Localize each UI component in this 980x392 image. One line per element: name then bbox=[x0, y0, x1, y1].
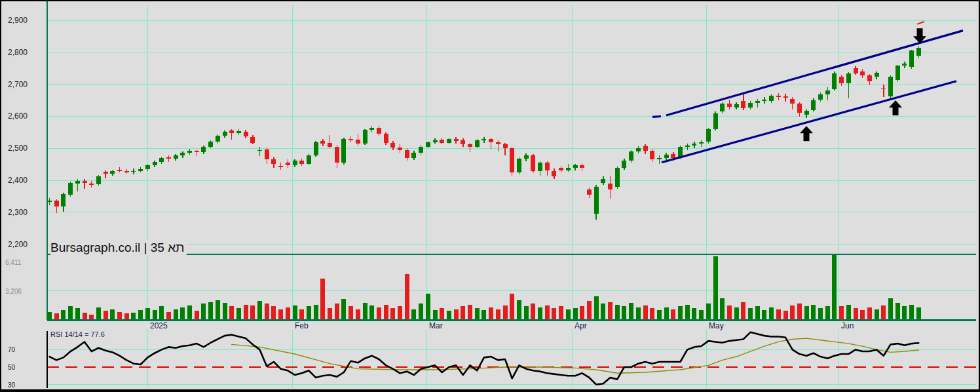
volume-bar bbox=[83, 313, 87, 319]
volume-bar bbox=[727, 305, 732, 319]
volume-bar bbox=[145, 308, 150, 319]
volume-bar bbox=[426, 294, 430, 319]
volume-bar bbox=[888, 298, 893, 319]
volume-bar bbox=[524, 306, 529, 319]
candle-down bbox=[727, 104, 732, 107]
volume-bar bbox=[517, 300, 521, 319]
volume-bar bbox=[124, 313, 129, 319]
volume-bar bbox=[503, 305, 508, 319]
volume-bar bbox=[860, 310, 865, 319]
volume-bar bbox=[678, 306, 683, 319]
volume-bar bbox=[559, 306, 563, 319]
candle-down bbox=[545, 163, 550, 170]
price-chart-canvas[interactable]: 2,9002,8002,7002,6002,5002,4002,3002,200… bbox=[0, 0, 980, 392]
volume-tick-label: 3,206 bbox=[5, 288, 22, 295]
price-tick-label: 2,500 bbox=[8, 144, 28, 153]
volume-bar bbox=[832, 255, 837, 319]
candle-down bbox=[741, 101, 745, 108]
volume-bar bbox=[811, 305, 816, 319]
candle-down bbox=[468, 144, 472, 146]
volume-bar bbox=[131, 313, 136, 319]
volume-bar bbox=[475, 308, 480, 319]
candle-up bbox=[804, 111, 809, 115]
volume-bar bbox=[468, 305, 472, 319]
volume-bar bbox=[454, 309, 459, 319]
volume-bar bbox=[117, 312, 122, 319]
volume-bar bbox=[75, 308, 80, 319]
volume-bar bbox=[265, 304, 269, 319]
time-tick-label: Mar bbox=[429, 321, 443, 330]
candle-down bbox=[195, 151, 199, 152]
volume-bar bbox=[622, 306, 626, 319]
volume-bar bbox=[411, 309, 416, 319]
candle-down bbox=[881, 88, 886, 90]
volume-bar bbox=[314, 305, 318, 319]
volume-bar bbox=[369, 305, 374, 319]
volume-bar bbox=[615, 305, 620, 319]
volume-bar bbox=[377, 307, 381, 319]
volume-bar bbox=[187, 305, 192, 319]
candle-down bbox=[390, 143, 395, 147]
volume-bar bbox=[328, 308, 332, 319]
volume-bar bbox=[769, 307, 774, 319]
volume-bar bbox=[390, 308, 395, 319]
volume-bar bbox=[839, 306, 844, 319]
volume-bar bbox=[201, 304, 206, 319]
price-tick-label: 2,200 bbox=[8, 240, 28, 249]
volume-bar bbox=[875, 309, 879, 319]
volume-bar bbox=[208, 302, 213, 319]
candle-up bbox=[223, 132, 227, 136]
candle-up bbox=[769, 96, 774, 101]
volume-bar bbox=[755, 306, 760, 319]
volume-bar bbox=[293, 305, 297, 319]
candle-down bbox=[790, 99, 795, 104]
candle-up bbox=[131, 171, 136, 172]
candle-up bbox=[636, 148, 641, 151]
volume-bar bbox=[236, 308, 241, 319]
candle-up bbox=[875, 73, 879, 77]
candle-down bbox=[104, 172, 108, 174]
candle-down bbox=[83, 181, 87, 183]
candle-down bbox=[580, 165, 584, 168]
candle-up bbox=[201, 147, 206, 152]
volume-bar bbox=[229, 306, 234, 319]
candle-up bbox=[916, 48, 921, 56]
candle-down bbox=[559, 168, 563, 170]
volume-bar bbox=[552, 308, 556, 319]
chart-watermark-title: Bursagraph.co.il | 35 תא bbox=[50, 241, 187, 255]
volume-bar bbox=[699, 310, 704, 319]
candle-up bbox=[138, 169, 143, 171]
candle-up bbox=[692, 144, 696, 146]
candle-up bbox=[748, 103, 753, 108]
trend-channel-upper-dash bbox=[652, 116, 661, 117]
candle-up bbox=[909, 50, 914, 67]
candle-up bbox=[657, 158, 662, 159]
candle-up bbox=[369, 128, 374, 130]
volume-bar bbox=[916, 307, 921, 319]
volume-bar bbox=[307, 306, 311, 319]
candle-up bbox=[447, 139, 451, 143]
candle-down bbox=[166, 157, 171, 159]
price-tick-label: 2,800 bbox=[8, 48, 28, 57]
volume-bar bbox=[341, 299, 346, 319]
volume-bar bbox=[650, 308, 654, 319]
candle-up bbox=[426, 142, 430, 147]
candle-down bbox=[54, 201, 59, 206]
price-tick-label: 2,700 bbox=[8, 80, 28, 89]
candle-down bbox=[299, 161, 304, 164]
candle-up bbox=[419, 147, 423, 153]
volume-bar bbox=[153, 310, 157, 319]
candle-up bbox=[818, 94, 823, 100]
candle-down bbox=[797, 104, 802, 113]
candle-down bbox=[650, 151, 654, 159]
candle-down bbox=[503, 144, 508, 148]
candle-up bbox=[524, 155, 529, 159]
candle-up bbox=[481, 139, 486, 140]
time-tick-label: 2025 bbox=[150, 321, 168, 330]
volume-bar bbox=[538, 307, 542, 319]
candle-up bbox=[411, 153, 416, 158]
candle-up bbox=[47, 201, 52, 202]
candle-up bbox=[314, 142, 318, 156]
volume-bar bbox=[54, 313, 59, 319]
volume-bar bbox=[398, 306, 402, 319]
